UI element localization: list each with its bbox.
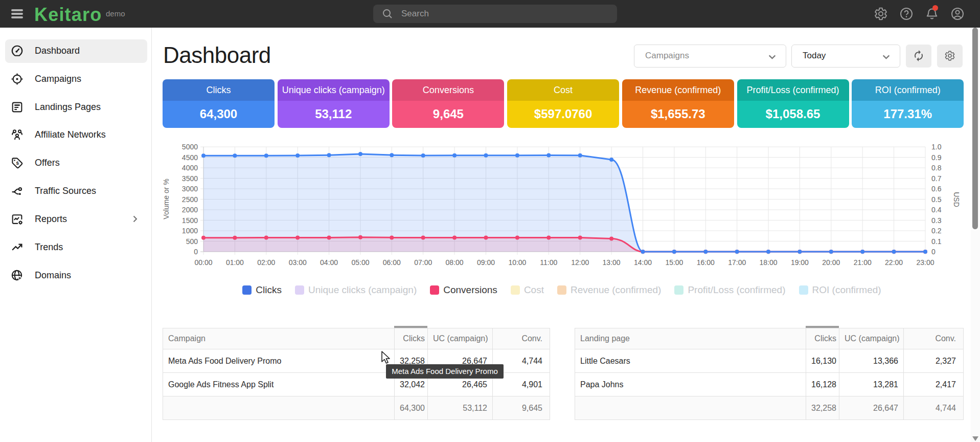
svg-text:09:00: 09:00 (477, 258, 495, 267)
svg-text:14:00: 14:00 (634, 258, 652, 267)
svg-text:0.9: 0.9 (931, 153, 942, 162)
svg-text:1.0: 1.0 (931, 143, 942, 151)
svg-text:05:00: 05:00 (351, 258, 369, 267)
svg-text:$: $ (16, 160, 19, 166)
svg-text:Volume or %: Volume or % (162, 179, 170, 219)
svg-text:1500: 1500 (182, 216, 198, 225)
svg-text:21:00: 21:00 (854, 258, 872, 267)
svg-text:20:00: 20:00 (822, 258, 840, 267)
svg-text:23:00: 23:00 (916, 258, 934, 267)
svg-text:13:00: 13:00 (603, 258, 621, 267)
svg-text:00:00: 00:00 (194, 258, 212, 267)
svg-text:16:00: 16:00 (697, 258, 715, 267)
svg-text:4500: 4500 (182, 153, 198, 162)
svg-text:USD: USD (952, 192, 961, 207)
svg-text:500: 500 (186, 237, 198, 246)
svg-text:2000: 2000 (182, 206, 198, 214)
svg-text:4000: 4000 (182, 164, 198, 172)
svg-text:02:00: 02:00 (257, 258, 275, 267)
svg-text:0.6: 0.6 (931, 185, 942, 193)
svg-text:10:00: 10:00 (508, 258, 526, 267)
svg-text:19:00: 19:00 (791, 258, 809, 267)
svg-text:3500: 3500 (182, 174, 198, 183)
svg-text:0.4: 0.4 (931, 206, 942, 214)
svg-text:2500: 2500 (182, 195, 198, 204)
svg-text:03:00: 03:00 (289, 258, 307, 267)
svg-text:12:00: 12:00 (571, 258, 589, 267)
svg-text:1000: 1000 (182, 227, 198, 235)
svg-text:0.5: 0.5 (931, 195, 942, 204)
svg-text:08:00: 08:00 (446, 258, 464, 267)
svg-text:07:00: 07:00 (414, 258, 432, 267)
svg-text:11:00: 11:00 (540, 258, 557, 267)
svg-text:0: 0 (931, 248, 936, 256)
svg-text:04:00: 04:00 (320, 258, 338, 267)
svg-text:17:00: 17:00 (728, 258, 746, 267)
svg-text:0.8: 0.8 (931, 164, 942, 172)
svg-text:01:00: 01:00 (226, 258, 244, 267)
svg-text:0.2: 0.2 (931, 227, 942, 235)
svg-text:15:00: 15:00 (665, 258, 683, 267)
svg-text:0.1: 0.1 (931, 237, 942, 246)
svg-text:18:00: 18:00 (759, 258, 777, 267)
svg-text:0: 0 (194, 248, 198, 256)
svg-text:06:00: 06:00 (383, 258, 401, 267)
svg-text:22:00: 22:00 (885, 258, 903, 267)
svg-text:5000: 5000 (182, 143, 198, 151)
svg-text:0.7: 0.7 (931, 174, 942, 183)
svg-text:0.3: 0.3 (931, 216, 942, 225)
svg-text:3000: 3000 (182, 185, 198, 193)
